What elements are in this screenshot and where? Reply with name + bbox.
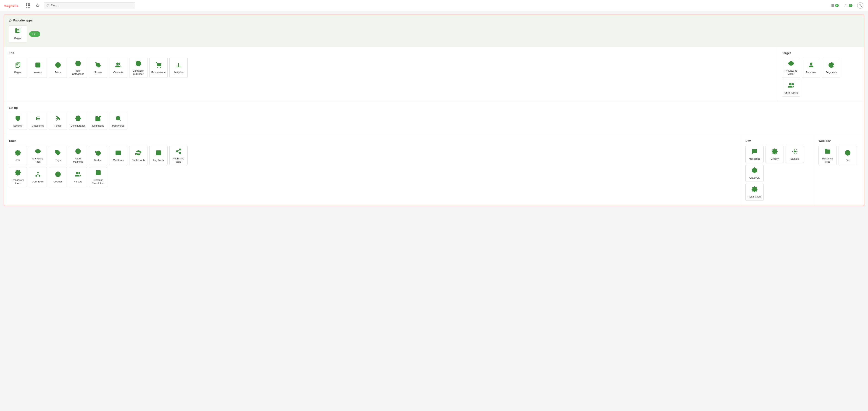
app-tile-tour-categories[interactable]: Tour Categories bbox=[69, 58, 87, 78]
tools-apps-row2: Repository tools bbox=[9, 167, 736, 187]
tools-row: Tools JCR bbox=[4, 135, 864, 206]
svg-point-45 bbox=[97, 64, 98, 65]
avatar-button[interactable] bbox=[856, 1, 864, 9]
app-tile-tours[interactable]: Tours bbox=[49, 58, 67, 78]
app-tile-jcr-tools[interactable]: JCR Tools bbox=[29, 167, 47, 187]
svg-point-60 bbox=[811, 63, 811, 64]
svg-point-111 bbox=[754, 167, 755, 168]
app-tile-log-tools[interactable]: Log Tools bbox=[149, 146, 167, 166]
app-tile-feeds[interactable]: Feeds bbox=[49, 113, 67, 130]
svg-point-52 bbox=[158, 67, 158, 68]
svg-rect-35 bbox=[36, 63, 40, 67]
webdev-panel: Web dev Resource Files bbox=[814, 135, 864, 206]
favorites-button[interactable] bbox=[34, 2, 41, 9]
svg-point-58 bbox=[790, 63, 792, 64]
add-remove-button[interactable]: + / − bbox=[29, 31, 40, 37]
app-tile-passwords[interactable]: Passwords bbox=[109, 113, 127, 130]
app-tile-tags[interactable]: Tags bbox=[49, 146, 67, 166]
svg-rect-23 bbox=[17, 29, 20, 30]
app-tile-messages[interactable]: Messages bbox=[745, 146, 764, 163]
app-tile-jcr[interactable]: JCR bbox=[9, 146, 27, 166]
apps-grid-button[interactable] bbox=[25, 2, 32, 9]
app-tile-marketing-tags[interactable]: Marketing Tags bbox=[29, 146, 47, 166]
svg-line-76 bbox=[119, 119, 121, 121]
app-tile-pages[interactable]: Pages bbox=[9, 58, 27, 78]
svg-marker-10 bbox=[36, 4, 39, 7]
svg-point-98 bbox=[39, 176, 40, 176]
top-navigation: magnolia 0 bbox=[0, 0, 868, 11]
app-tile-cache-tools[interactable]: Cache tools bbox=[129, 146, 148, 166]
app-tile-stories[interactable]: Stories bbox=[89, 58, 107, 78]
svg-point-71 bbox=[36, 118, 37, 119]
app-tile-rest-client[interactable]: REST Client bbox=[745, 183, 764, 201]
svg-point-49 bbox=[138, 63, 138, 64]
setup-title: Set up bbox=[9, 106, 859, 109]
nav-right: 0 0 bbox=[829, 1, 864, 9]
app-tile-about-magnolia[interactable]: About Magnolia bbox=[69, 146, 87, 166]
app-tile-mail-tools[interactable]: Mail tools bbox=[109, 146, 127, 166]
app-tile-security[interactable]: Security bbox=[9, 113, 27, 130]
search-icon bbox=[46, 4, 49, 7]
svg-line-93 bbox=[178, 151, 179, 152]
app-tile-cookies[interactable]: Cookies bbox=[49, 167, 67, 187]
tasks-button[interactable]: 0 bbox=[829, 2, 841, 9]
edit-apps: Pages Assets bbox=[9, 58, 773, 78]
app-tile-graphql[interactable]: GraphQL bbox=[745, 165, 764, 182]
app-tile-abn-testing[interactable]: AB A/B/n Testing bbox=[782, 79, 800, 97]
notifications-button[interactable]: 0 bbox=[842, 2, 854, 9]
notifications-badge: 0 bbox=[849, 4, 852, 7]
favorites-section: Favorite apps bbox=[4, 15, 864, 47]
app-tile-pages-favorite[interactable]: Pages bbox=[9, 25, 27, 42]
svg-rect-24 bbox=[17, 30, 20, 31]
webdev-title: Web dev bbox=[818, 139, 859, 142]
app-tile-ecommerce[interactable]: E-commerce bbox=[149, 58, 167, 78]
app-tile-site[interactable]: Site bbox=[839, 146, 857, 166]
app-tile-assets[interactable]: Assets bbox=[29, 58, 47, 78]
tools-title: Tools bbox=[9, 139, 736, 142]
app-tile-definitions[interactable]: Definitions bbox=[89, 113, 107, 130]
svg-rect-31 bbox=[17, 64, 19, 65]
app-tile-campaign-publisher[interactable]: Campaign publisher bbox=[129, 58, 148, 78]
svg-point-61 bbox=[789, 83, 791, 85]
app-tile-configuration[interactable]: Configuration bbox=[69, 113, 87, 130]
svg-rect-25 bbox=[17, 31, 19, 31]
tasks-badge: 0 bbox=[835, 4, 839, 7]
app-tile-groovy[interactable]: Groovy bbox=[766, 146, 784, 163]
svg-text:magnolia: magnolia bbox=[4, 4, 19, 7]
svg-point-105 bbox=[57, 174, 57, 175]
app-tile-backup[interactable]: Backup bbox=[89, 146, 107, 166]
svg-rect-4 bbox=[26, 5, 27, 6]
app-tile-categories[interactable]: Categories bbox=[29, 113, 47, 130]
app-tile-personas[interactable]: Personas bbox=[802, 58, 820, 78]
app-tile-segments[interactable]: Segments bbox=[822, 58, 840, 78]
svg-point-112 bbox=[756, 169, 757, 169]
svg-rect-108 bbox=[96, 170, 100, 175]
svg-line-101 bbox=[38, 174, 40, 175]
svg-rect-6 bbox=[29, 5, 30, 6]
app-tile-publishing-tools[interactable]: Publishing tools bbox=[169, 146, 188, 166]
svg-point-114 bbox=[754, 172, 755, 173]
svg-point-81 bbox=[38, 151, 38, 151]
app-tile-contacts[interactable]: Contacts bbox=[109, 58, 127, 78]
svg-line-12 bbox=[49, 6, 49, 6]
svg-point-91 bbox=[176, 150, 178, 152]
app-tile-repository-tools[interactable]: Repository tools bbox=[9, 167, 27, 187]
svg-rect-8 bbox=[28, 7, 29, 7]
svg-rect-7 bbox=[26, 7, 27, 7]
app-tile-preview-visitor[interactable]: Preview as visitor bbox=[782, 58, 800, 78]
star-icon bbox=[9, 19, 12, 22]
app-tile-content-translation[interactable]: Content Translation bbox=[89, 167, 107, 187]
app-launcher: Favorite apps bbox=[4, 14, 864, 206]
svg-line-100 bbox=[36, 174, 38, 175]
app-tile-resource-files[interactable]: Resource Files bbox=[818, 146, 837, 166]
svg-point-70 bbox=[36, 117, 37, 118]
app-tile-sample[interactable]: Sample bbox=[785, 146, 804, 163]
search-input[interactable] bbox=[51, 4, 133, 7]
svg-point-16 bbox=[860, 4, 861, 5]
svg-point-53 bbox=[160, 67, 161, 68]
target-title: Target bbox=[782, 51, 859, 55]
app-tile-visitors[interactable]: Visitors bbox=[69, 167, 87, 187]
search-bar[interactable] bbox=[44, 2, 135, 8]
app-tile-analytics[interactable]: Analytics bbox=[169, 58, 188, 78]
main-content: Favorite apps bbox=[0, 11, 868, 210]
